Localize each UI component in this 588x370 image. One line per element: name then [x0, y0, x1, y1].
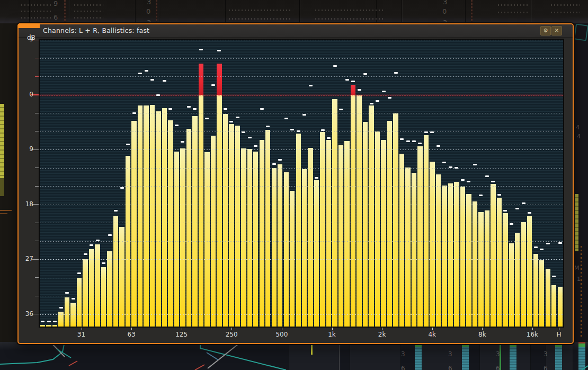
spectrum-bar: [162, 108, 167, 327]
peak-hold-marker: [114, 210, 118, 212]
dotted-row: [551, 4, 580, 6]
spectrum-bar: [405, 168, 410, 327]
panel-separator: [299, 0, 300, 23]
backdrop-text: 0: [146, 8, 150, 15]
db-gridline: [40, 278, 563, 278]
x-axis-tick: [82, 328, 82, 330]
spectrum-bar-fill: [272, 168, 277, 327]
peak-hold-marker: [53, 321, 57, 322]
spectrum-bar: [417, 146, 422, 327]
spectrum-bar-fill: [247, 149, 252, 327]
spectrum-bar: [180, 148, 185, 327]
panel-separator: [531, 0, 531, 23]
spectrum-bar: [284, 172, 289, 327]
spectrum-bar-fill: [278, 164, 282, 327]
peak-hold-marker: [534, 246, 538, 248]
title-bar[interactable]: Channels: L + R, Ballistics: fast ⚙ ✕: [19, 24, 573, 38]
spectrum-bar-fill: [417, 146, 422, 327]
spectrum-bar-fill: [174, 152, 179, 327]
x-axis-label: 31: [71, 331, 92, 338]
peak-hold-marker: [41, 321, 44, 322]
backdrop-text: 3: [443, 0, 447, 5]
spectrum-bar: [332, 99, 337, 327]
y-axis-label: 18: [22, 200, 33, 208]
spectrum-bar-fill: [253, 152, 258, 327]
peak-hold-marker: [297, 130, 300, 132]
spectrum-bar-fill: [539, 260, 544, 327]
spectrum-bar-fill: [192, 116, 197, 327]
peak-hold-marker: [65, 292, 69, 294]
x-axis-label: 1k: [322, 331, 343, 338]
peak-hold-marker: [150, 79, 154, 81]
peak-hold-marker: [436, 145, 440, 147]
peak-hold-marker: [47, 321, 51, 322]
peak-hold-marker: [108, 234, 112, 236]
peak-hold-marker: [327, 137, 331, 139]
spectrum-bar: [436, 174, 441, 327]
spectrum-bar-fill: [290, 191, 295, 327]
peak-hold-marker: [528, 212, 531, 214]
peak-hold-marker: [363, 73, 367, 75]
db-gridline: [40, 58, 563, 59]
x-axis-label: 2k: [371, 331, 393, 338]
peak-hold-marker: [540, 249, 544, 250]
peak-hold-marker: [229, 121, 233, 122]
backdrop-text: 3: [443, 19, 447, 23]
peak-hold-marker: [181, 141, 184, 143]
peak-hold-marker: [339, 109, 343, 110]
settings-gear-button[interactable]: ⚙: [540, 26, 551, 36]
peak-hold-marker: [254, 145, 257, 147]
spectrum-bar: [473, 201, 477, 327]
peak-hold-marker: [473, 164, 477, 165]
db-gridline: [40, 149, 563, 150]
dotted-row: [498, 12, 530, 13]
peak-hold-marker: [193, 108, 197, 110]
peak-hold-marker: [77, 272, 81, 274]
peak-hold-marker: [120, 187, 124, 189]
peak-hold-marker: [558, 242, 562, 244]
spectrum-bar: [217, 64, 221, 327]
spectrum-bar: [399, 154, 404, 327]
peak-hold-marker: [96, 240, 100, 241]
spectrum-bar: [296, 134, 301, 327]
spectrum-bar-fill: [308, 148, 313, 327]
y-axis-tick: [35, 58, 39, 58]
spectrum-bar-fill: [558, 287, 563, 327]
dotted-row: [74, 17, 103, 19]
peak-hold-marker: [175, 125, 179, 126]
peak-hold-marker: [546, 243, 550, 244]
spectrum-bar: [247, 149, 252, 327]
y-axis-label: 0: [22, 91, 33, 98]
spectrum-plot-area: [40, 40, 563, 327]
y-axis-label: 9: [22, 36, 33, 43]
spectrum-bar: [144, 105, 148, 327]
y-axis-label: 27: [22, 255, 33, 262]
peak-hold-marker: [309, 85, 313, 86]
backdrop-text: 1: [577, 276, 581, 283]
teal-doodle: [574, 23, 588, 41]
close-button[interactable]: ✕: [551, 26, 562, 36]
y-axis-label: 9: [22, 145, 33, 153]
spectrum-bar-fill: [138, 105, 142, 327]
spectrum-bar: [497, 198, 502, 327]
spectrum-bar-fill: [107, 251, 112, 327]
dotted-row: [21, 17, 53, 19]
orange-dotted-line: [581, 246, 582, 339]
meter-ruler-column: [64, 0, 66, 23]
panel-separator: [465, 0, 466, 23]
spectrum-bar: [156, 111, 161, 327]
spectrum-bar-fill: [405, 168, 410, 327]
peak-hold-marker: [211, 84, 215, 86]
spectrum-bar-fill: [144, 105, 148, 327]
peak-hold-marker: [418, 143, 422, 144]
dotted-row: [498, 4, 530, 6]
spectrum-bar-clip-segment: [217, 64, 221, 95]
spectrum-bar-fill: [186, 129, 191, 327]
x-axis-tick: [432, 328, 433, 330]
spectrum-bar: [357, 95, 361, 327]
spectrum-bar-fill: [70, 303, 75, 327]
spectrum-bar-fill: [83, 259, 87, 327]
spectrum-bar-fill: [369, 105, 373, 327]
spectrum-bar-fill: [65, 297, 69, 327]
db-gridline: [40, 296, 563, 296]
